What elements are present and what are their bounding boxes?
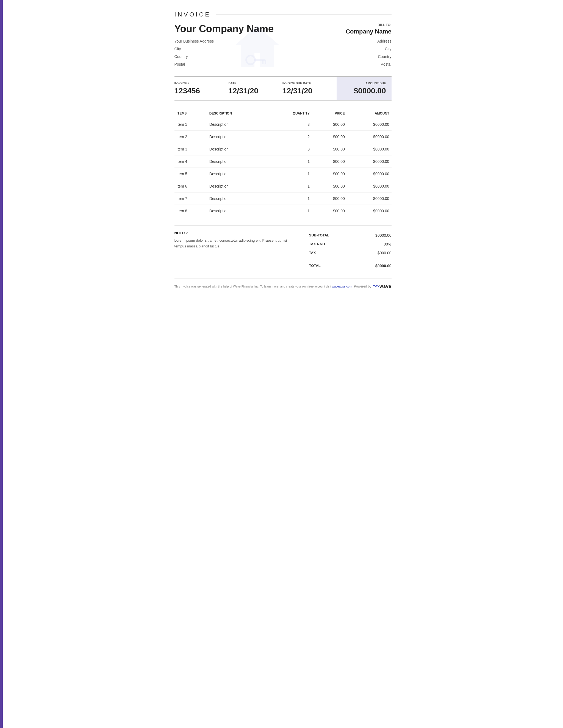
item-desc-0: Description — [207, 118, 266, 131]
item-name-7: Item 8 — [174, 205, 207, 217]
invoice-number-section: INVOICE # 123456 — [174, 77, 228, 100]
company-city: City — [174, 45, 274, 53]
item-price-0: $00.00 — [312, 118, 347, 131]
notes-label: NOTES: — [174, 231, 298, 235]
item-desc-3: Description — [207, 155, 266, 168]
item-qty-5: 1 — [266, 180, 312, 193]
item-price-5: $00.00 — [312, 180, 347, 193]
footer-link[interactable]: waveapps.com — [332, 285, 352, 288]
totals-divider — [309, 259, 392, 259]
item-desc-1: Description — [207, 131, 266, 143]
item-qty-6: 1 — [266, 193, 312, 205]
item-qty-3: 1 — [266, 155, 312, 168]
bill-to-label: BILL TO: — [331, 23, 392, 27]
bottom-section: NOTES: Lorem ipsum dolor sit amet, conse… — [174, 225, 392, 270]
table-header-row: ITEMS DESCRIPTION QUANTITY PRICE AMOUNT — [174, 109, 392, 118]
wave-icon — [373, 283, 379, 289]
item-name-2: Item 3 — [174, 143, 207, 155]
bill-to-section: BILL TO: Company Name Address City Count… — [331, 23, 392, 68]
company-country: Country — [174, 53, 274, 60]
wave-label: wave — [380, 284, 391, 289]
wave-logo: wave — [373, 283, 391, 289]
tax-value: $000.00 — [378, 251, 392, 255]
item-amount-5: $0000.00 — [347, 180, 392, 193]
table-row: Item 4 Description 1 $00.00 $0000.00 — [174, 155, 392, 168]
bill-to-postal: Postal — [331, 60, 392, 68]
item-amount-0: $0000.00 — [347, 118, 392, 131]
table-row: Item 3 Description 3 $00.00 $0000.00 — [174, 143, 392, 155]
table-row: Item 2 Description 2 $00.00 $0000.00 — [174, 131, 392, 143]
table-row: Item 5 Description 1 $00.00 $0000.00 — [174, 168, 392, 180]
meta-bar: INVOICE # 123456 DATE 12/31/20 INVOICE D… — [174, 76, 392, 101]
company-name: Your Company Name — [174, 23, 274, 35]
bill-to-country: Country — [331, 53, 392, 60]
item-name-6: Item 7 — [174, 193, 207, 205]
company-logo-area: Your Company Name Your Business Address … — [174, 23, 274, 68]
notes-section: NOTES: Lorem ipsum dolor sit amet, conse… — [174, 231, 309, 270]
subtotal-row: SUB-TOTAL $0000.00 — [309, 231, 392, 240]
item-amount-1: $0000.00 — [347, 131, 392, 143]
item-amount-7: $0000.00 — [347, 205, 392, 217]
tax-rate-row: TAX RATE 00% — [309, 240, 392, 249]
footer: This invoice was generated with the help… — [174, 278, 392, 289]
item-desc-2: Description — [207, 143, 266, 155]
due-date-value: 12/31/20 — [283, 87, 328, 95]
bill-to-city: City — [331, 45, 392, 53]
date-label: DATE — [228, 82, 274, 85]
item-price-3: $00.00 — [312, 155, 347, 168]
invoice-page: INVOICE Your Company Name Your Business … — [158, 0, 405, 728]
item-amount-2: $0000.00 — [347, 143, 392, 155]
table-row: Item 1 Description 3 $00.00 $0000.00 — [174, 118, 392, 131]
item-qty-7: 1 — [266, 205, 312, 217]
totals-section: SUB-TOTAL $0000.00 TAX RATE 00% TAX $000… — [309, 231, 392, 270]
col-quantity-header: QUANTITY — [266, 109, 312, 118]
amount-due-value: $0000.00 — [342, 87, 386, 95]
item-name-0: Item 1 — [174, 118, 207, 131]
invoice-number-label: INVOICE # — [174, 82, 220, 85]
total-row: TOTAL $0000.00 — [309, 261, 392, 270]
table-row: Item 8 Description 1 $00.00 $0000.00 — [174, 205, 392, 217]
subtotal-label: SUB-TOTAL — [309, 233, 330, 238]
company-address: Your Business Address — [174, 37, 274, 45]
total-value: $0000.00 — [375, 264, 391, 268]
header-section: Your Company Name Your Business Address … — [174, 23, 392, 68]
item-amount-6: $0000.00 — [347, 193, 392, 205]
item-name-5: Item 6 — [174, 180, 207, 193]
bill-to-details: Address City Country Postal — [331, 37, 392, 68]
col-price-header: PRICE — [312, 109, 347, 118]
bill-to-address: Address — [331, 37, 392, 45]
bill-to-company: Company Name — [331, 28, 392, 35]
item-name-4: Item 5 — [174, 168, 207, 180]
item-name-1: Item 2 — [174, 131, 207, 143]
due-date-label: INVOICE DUE DATE — [283, 82, 328, 85]
tax-row: TAX $000.00 — [309, 249, 392, 257]
invoice-title: INVOICE — [174, 11, 211, 18]
powered-by-text: Powered by — [354, 284, 371, 288]
item-desc-7: Description — [207, 205, 266, 217]
total-label: TOTAL — [309, 264, 321, 268]
item-amount-4: $0000.00 — [347, 168, 392, 180]
date-section: DATE 12/31/20 — [228, 77, 283, 100]
col-amount-header: AMOUNT — [347, 109, 392, 118]
notes-text: Lorem ipsum dolor sit amet, consectetur … — [174, 238, 298, 249]
item-name-3: Item 4 — [174, 155, 207, 168]
item-price-1: $00.00 — [312, 131, 347, 143]
col-items-header: ITEMS — [174, 109, 207, 118]
items-table: ITEMS DESCRIPTION QUANTITY PRICE AMOUNT … — [174, 109, 392, 217]
subtotal-value: $0000.00 — [375, 233, 391, 238]
item-price-2: $00.00 — [312, 143, 347, 155]
item-qty-0: 3 — [266, 118, 312, 131]
item-price-6: $00.00 — [312, 193, 347, 205]
company-details: Your Business Address City Country Posta… — [174, 37, 274, 68]
item-qty-1: 2 — [266, 131, 312, 143]
table-row: Item 6 Description 1 $00.00 $0000.00 — [174, 180, 392, 193]
company-postal: Postal — [174, 60, 274, 68]
item-amount-3: $0000.00 — [347, 155, 392, 168]
footer-text: This invoice was generated with the help… — [174, 285, 352, 288]
tax-label: TAX — [309, 251, 316, 255]
item-desc-5: Description — [207, 180, 266, 193]
amount-due-section: AMOUNT DUE $0000.00 — [337, 77, 392, 100]
date-value: 12/31/20 — [228, 87, 274, 95]
item-desc-4: Description — [207, 168, 266, 180]
item-price-4: $00.00 — [312, 168, 347, 180]
